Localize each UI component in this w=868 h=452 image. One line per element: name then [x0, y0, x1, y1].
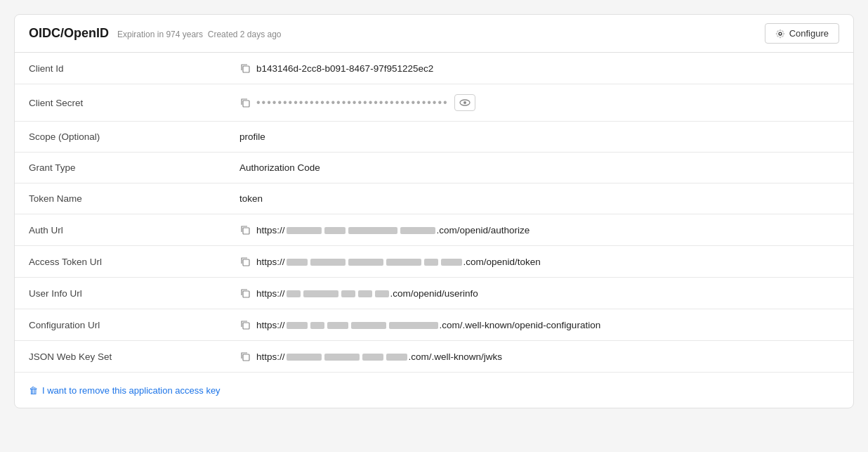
- expiration-value: in 974 years: [157, 30, 203, 39]
- table-row: Client Id b143146d-2cc8-b091-8467-97f951…: [15, 53, 853, 84]
- row-label: Grant Type: [15, 153, 225, 183]
- table-row: Grant Type Authorization Code: [15, 153, 853, 183]
- row-label: Scope (Optional): [15, 122, 225, 153]
- jwks-url-value: https://.com/.well-known/jwks: [256, 351, 502, 362]
- copy-icon[interactable]: [239, 319, 251, 330]
- created-value: 2 days ago: [240, 30, 282, 39]
- trash-icon: 🗑: [29, 385, 38, 396]
- row-label: User Info Url: [15, 278, 225, 309]
- main-card: OIDC/OpenID Expiration in 974 years Crea…: [14, 14, 854, 408]
- eye-icon: [459, 97, 471, 108]
- row-label: Client Secret: [15, 84, 225, 122]
- row-label: Access Token Url: [15, 246, 225, 278]
- row-value: profile: [225, 122, 853, 153]
- svg-rect-0: [243, 66, 249, 72]
- row-value: https://.com/openid/userinfo: [225, 278, 853, 309]
- configure-label: Configure: [789, 28, 829, 39]
- table-row: Access Token Url https://.com/openid/tok…: [15, 246, 853, 278]
- table-row: Configuration Url https://.com/.well-kno…: [15, 309, 853, 341]
- svg-rect-4: [243, 228, 249, 234]
- copy-icon[interactable]: [239, 97, 251, 108]
- remove-label: I want to remove this application access…: [42, 385, 221, 396]
- header-meta: Expiration in 974 years Created 2 days a…: [117, 30, 282, 39]
- show-secret-button[interactable]: [454, 94, 475, 111]
- gear-icon: [775, 29, 785, 39]
- created-label: Created: [208, 30, 238, 39]
- table-row: Token Name token: [15, 183, 853, 214]
- svg-rect-5: [243, 259, 249, 266]
- copy-icon[interactable]: [239, 351, 251, 362]
- config-url-value: https://.com/.well-known/openid-configur…: [256, 320, 600, 330]
- row-value: https://.com/openid/token: [225, 246, 853, 278]
- svg-rect-6: [243, 291, 249, 297]
- access-token-url-value: https://.com/openid/token: [256, 257, 541, 267]
- app-title: OIDC/OpenID: [29, 26, 109, 41]
- expiration-label: Expiration: [117, 30, 154, 39]
- row-value: ••••••••••••••••••••••••••••••••••••: [225, 84, 853, 122]
- row-value: token: [225, 183, 853, 214]
- table-row: Auth Url https://.com/openid/authorize: [15, 214, 853, 246]
- grant-type-value: Authorization Code: [239, 162, 320, 173]
- row-label: Configuration Url: [15, 309, 225, 341]
- auth-url-value: https://.com/openid/authorize: [256, 225, 530, 235]
- client-secret-value: ••••••••••••••••••••••••••••••••••••: [256, 96, 449, 109]
- table-row: User Info Url https://.com/openid/userin…: [15, 278, 853, 309]
- user-info-url-value: https://.com/openid/userinfo: [256, 288, 478, 299]
- copy-icon[interactable]: [239, 288, 251, 299]
- row-label: Client Id: [15, 53, 225, 84]
- copy-icon[interactable]: [239, 63, 251, 74]
- copy-icon[interactable]: [239, 256, 251, 267]
- configure-button[interactable]: Configure: [765, 23, 839, 44]
- row-label: JSON Web Key Set: [15, 341, 225, 373]
- svg-rect-7: [243, 323, 249, 329]
- scope-value: profile: [239, 131, 265, 142]
- card-footer: 🗑 I want to remove this application acce…: [15, 372, 853, 408]
- client-id-value: b143146d-2cc8-b091-8467-97f951225ec2: [256, 63, 433, 74]
- details-table: Client Id b143146d-2cc8-b091-8467-97f951…: [15, 53, 853, 372]
- remove-access-key-link[interactable]: 🗑 I want to remove this application acce…: [29, 385, 221, 396]
- row-label: Token Name: [15, 183, 225, 214]
- table-row: JSON Web Key Set https://.com/.well-know…: [15, 341, 853, 373]
- svg-point-3: [463, 101, 466, 104]
- table-row: Client Secret ••••••••••••••••••••••••••…: [15, 84, 853, 122]
- row-value: b143146d-2cc8-b091-8467-97f951225ec2: [225, 53, 853, 84]
- row-label: Auth Url: [15, 214, 225, 246]
- token-name-value: token: [239, 193, 263, 204]
- card-header: OIDC/OpenID Expiration in 974 years Crea…: [15, 15, 853, 53]
- row-value: https://.com/openid/authorize: [225, 214, 853, 246]
- row-value: https://.com/.well-known/jwks: [225, 341, 853, 373]
- copy-icon[interactable]: [239, 224, 251, 235]
- row-value: Authorization Code: [225, 153, 853, 183]
- row-value: https://.com/.well-known/openid-configur…: [225, 309, 853, 341]
- header-left: OIDC/OpenID Expiration in 974 years Crea…: [29, 26, 282, 41]
- svg-rect-8: [243, 354, 249, 361]
- svg-rect-1: [243, 101, 249, 107]
- table-row: Scope (Optional) profile: [15, 122, 853, 153]
